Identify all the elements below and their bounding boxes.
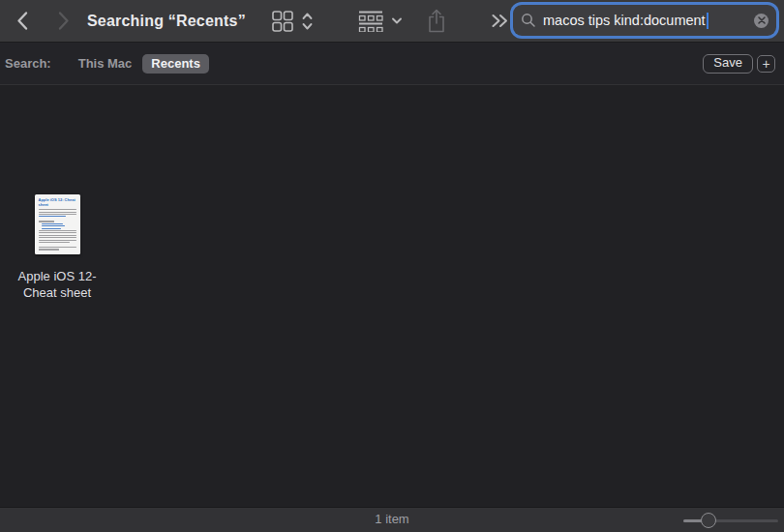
icon-size-slider[interactable] — [683, 513, 778, 528]
chevron-down-icon — [391, 17, 403, 25]
item-count-label: 1 item — [0, 508, 784, 532]
double-chevron-right-icon — [491, 14, 509, 28]
group-by-icon — [357, 10, 384, 32]
toolbar: Searching “Recents” — [0, 0, 784, 43]
back-button[interactable] — [15, 11, 29, 31]
file-item[interactable]: Apple iOS 12: Cheat sheet — [3, 192, 111, 301]
window-title: Searching “Recents” — [87, 0, 246, 42]
chevron-right-icon — [57, 11, 71, 31]
more-toolbar-items-button[interactable] — [491, 14, 509, 28]
finder-window: Searching “Recents” — [0, 0, 784, 532]
share-button[interactable] — [426, 8, 447, 34]
search-scope-bar: Search: This Mac Recents Save + — [0, 43, 784, 85]
slider-knob[interactable] — [701, 513, 716, 528]
add-criteria-button[interactable]: + — [757, 55, 775, 73]
file-name-label[interactable]: Apple iOS 12- Cheat sheet — [3, 268, 111, 301]
scope-recents-selected[interactable]: Recents — [142, 54, 209, 74]
grid-view-icon — [271, 10, 294, 33]
share-icon — [426, 8, 447, 34]
icon-view-button[interactable] — [271, 10, 294, 33]
document-thumbnail: Apple iOS 12: Cheat sheet — [35, 194, 80, 254]
save-search-button[interactable]: Save — [703, 54, 753, 74]
file-name-line2: Cheat sheet — [3, 284, 111, 301]
plus-icon: + — [762, 57, 769, 71]
search-results-area: Apple iOS 12: Cheat sheet — [0, 85, 784, 507]
thumbnail-title-text: Apple iOS 12: Cheat sheet — [39, 198, 76, 207]
group-by-button[interactable] — [357, 10, 403, 32]
status-bar: 1 item — [0, 507, 784, 532]
search-scope-label: Search: — [5, 56, 51, 71]
chevron-up-down-icon — [301, 11, 314, 32]
search-query-text: macos tips kind:document — [543, 13, 706, 28]
scope-this-mac[interactable]: This Mac — [78, 56, 133, 71]
search-icon — [521, 13, 536, 28]
forward-button[interactable] — [57, 11, 71, 31]
text-caret — [707, 13, 709, 29]
view-stepper[interactable] — [301, 11, 314, 32]
file-name-line1: Apple iOS 12- — [3, 268, 111, 284]
clear-search-button[interactable] — [754, 14, 769, 28]
search-input[interactable]: macos tips kind:document — [513, 5, 776, 36]
chevron-left-icon — [15, 11, 29, 31]
